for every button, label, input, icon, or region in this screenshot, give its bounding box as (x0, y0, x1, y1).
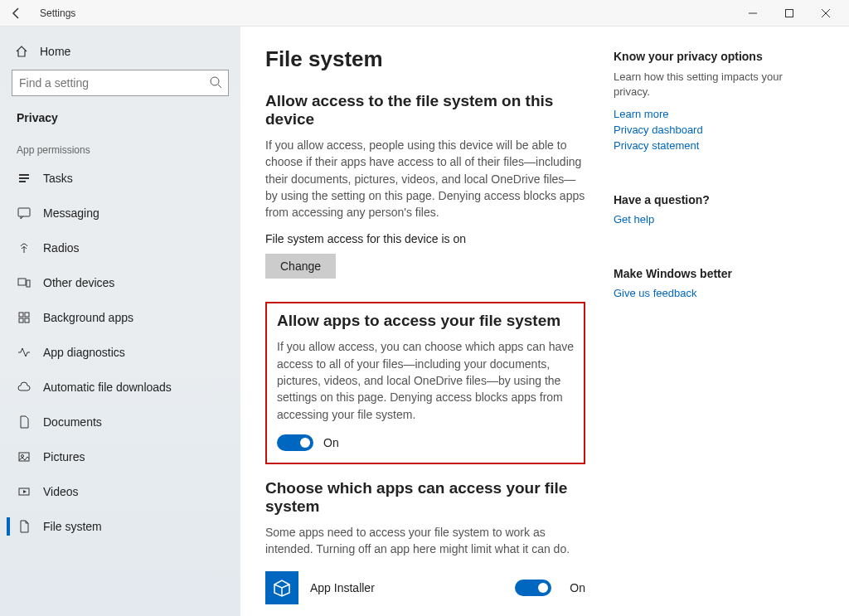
svg-rect-11 (18, 279, 26, 285)
sidebar-item-label: Radios (43, 241, 80, 255)
maximize-button[interactable] (771, 1, 808, 26)
sidebar-item-app-diagnostics[interactable]: App diagnostics (7, 335, 234, 370)
svg-point-18 (22, 455, 24, 458)
download-icon (17, 380, 32, 395)
right-g1-desc: Learn how this setting impacts your priv… (614, 70, 796, 99)
window-title: Settings (40, 7, 75, 19)
privacy-dashboard-link[interactable]: Privacy dashboard (614, 124, 796, 136)
section2-title: Allow apps to access your file system (277, 312, 574, 330)
svg-rect-15 (19, 318, 23, 323)
radios-icon (17, 240, 32, 255)
sidebar-item-pictures[interactable]: Pictures (7, 439, 234, 474)
minimize-button[interactable] (735, 1, 771, 26)
sidebar-item-background-apps[interactable]: Background apps (7, 300, 234, 335)
sidebar-item-file-system[interactable]: File system (7, 509, 234, 544)
svg-rect-1 (786, 9, 793, 17)
section3-title: Choose which apps can access your file s… (265, 479, 585, 516)
right-column: Know your privacy options Learn how this… (605, 46, 816, 616)
search-input[interactable] (12, 70, 229, 96)
get-help-link[interactable]: Get help (614, 213, 796, 226)
messaging-icon (17, 206, 32, 221)
svg-marker-20 (23, 490, 27, 493)
privacy-statement-link[interactable]: Privacy statement (614, 139, 796, 152)
nav-list: Tasks Messaging Radios Other devices Bac… (7, 161, 234, 616)
sidebar-item-label: Other devices (43, 276, 114, 289)
devices-icon (17, 275, 32, 290)
sidebar-item-auto-downloads[interactable]: Automatic file downloads (7, 370, 234, 405)
sidebar-item-label: Tasks (43, 172, 73, 185)
sidebar-item-label: Videos (43, 485, 79, 498)
svg-rect-7 (19, 177, 29, 179)
home-label: Home (40, 45, 70, 58)
back-arrow-icon (10, 7, 23, 20)
page-title: File system (265, 46, 585, 72)
videos-icon (17, 484, 32, 499)
sidebar-item-label: Messaging (43, 206, 99, 220)
sidebar-item-label: Pictures (43, 450, 85, 463)
sidebar-item-label: Background apps (43, 311, 133, 324)
settings-column: File system Allow access to the file sys… (240, 46, 605, 616)
svg-point-4 (211, 77, 219, 85)
section2-desc: If you allow access, you can choose whic… (277, 338, 574, 422)
section1-title: Allow access to the file system on this … (265, 92, 585, 129)
svg-line-5 (218, 85, 221, 88)
app-name: App Installer (310, 581, 503, 594)
sidebar-item-documents[interactable]: Documents (7, 405, 234, 439)
svg-rect-6 (19, 174, 29, 176)
search-icon (209, 75, 222, 89)
sidebar-item-messaging[interactable]: Messaging (7, 196, 234, 230)
svg-rect-14 (25, 313, 29, 317)
section-header: App permissions (7, 136, 234, 161)
window-titlebar: Settings (0, 0, 849, 27)
svg-rect-13 (19, 313, 23, 317)
sidebar-item-label: File system (43, 520, 102, 533)
file-system-icon (17, 519, 32, 534)
sidebar-item-radios[interactable]: Radios (7, 230, 234, 265)
svg-rect-12 (27, 280, 30, 287)
pictures-icon (17, 449, 32, 464)
tasks-icon (17, 171, 32, 186)
allow-apps-toggle-state: On (323, 436, 339, 449)
sidebar-item-label: Documents (43, 415, 102, 429)
diagnostics-icon (17, 345, 32, 360)
section3-desc: Some apps need to access your file syste… (265, 524, 585, 558)
app-installer-toggle-state: On (570, 581, 585, 594)
main-panel: File system Allow access to the file sys… (240, 27, 849, 616)
svg-rect-16 (25, 318, 29, 323)
sidebar: Home Privacy App permissions Tasks Messa… (0, 27, 240, 616)
right-g1-title: Know your privacy options (614, 50, 796, 63)
back-button[interactable] (5, 2, 28, 25)
highlight-box: Allow apps to access your file system If… (265, 302, 585, 463)
close-icon (822, 9, 830, 17)
right-g3-title: Make Windows better (614, 267, 796, 280)
learn-more-link[interactable]: Learn more (614, 108, 796, 120)
sidebar-item-label: App diagnostics (43, 346, 125, 359)
close-button[interactable] (808, 1, 844, 26)
app-row: App Installer On (265, 571, 585, 604)
sidebar-item-other-devices[interactable]: Other devices (7, 265, 234, 300)
svg-rect-8 (19, 181, 26, 182)
device-access-status: File system access for this device is on (265, 232, 585, 245)
feedback-link[interactable]: Give us feedback (614, 287, 796, 299)
app-installer-icon (265, 571, 298, 604)
svg-rect-9 (18, 208, 30, 216)
section1-desc: If you allow access, people using this d… (265, 137, 585, 221)
background-apps-icon (17, 310, 32, 325)
documents-icon (17, 415, 32, 429)
change-button[interactable]: Change (265, 254, 336, 279)
search-field[interactable] (12, 70, 229, 96)
right-g2-title: Have a question? (614, 193, 796, 206)
category-label: Privacy (7, 109, 234, 136)
home-icon (15, 45, 28, 58)
maximize-icon (785, 9, 793, 17)
app-installer-toggle[interactable] (515, 580, 551, 596)
allow-apps-toggle[interactable] (277, 434, 313, 451)
minimize-icon (749, 9, 757, 17)
sidebar-item-videos[interactable]: Videos (7, 474, 234, 509)
sidebar-item-tasks[interactable]: Tasks (7, 161, 234, 196)
sidebar-item-label: Automatic file downloads (43, 381, 172, 394)
home-button[interactable]: Home (7, 41, 234, 70)
